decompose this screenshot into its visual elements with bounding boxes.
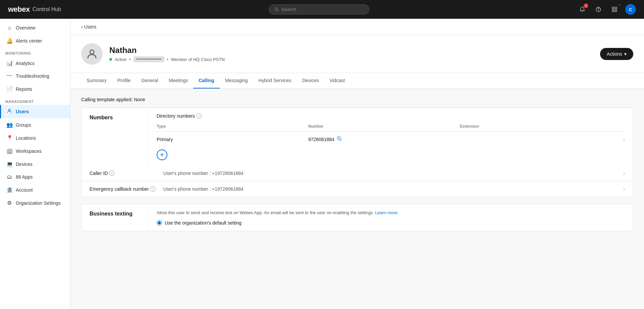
search-bar[interactable] — [269, 4, 369, 14]
sidebar-label-alerts: Alerts center — [16, 38, 42, 44]
svg-rect-7 — [615, 10, 616, 12]
actions-button[interactable]: Actions ▾ — [600, 48, 633, 60]
numbers-left: Numbers — [82, 108, 149, 166]
sidebar-item-users[interactable]: Users — [0, 105, 70, 118]
tab-profile[interactable]: Profile — [112, 73, 136, 88]
meta-dot2: • — [167, 57, 169, 62]
tab-hybrid-services[interactable]: Hybrid Services — [253, 73, 297, 88]
sidebar-item-reports[interactable]: 📄 Reports — [0, 82, 70, 96]
row-number: 9728061884 — [308, 136, 460, 143]
breadcrumb-label: Users — [84, 24, 97, 29]
numbers-title: Numbers — [90, 115, 140, 123]
caller-id-info-icon[interactable]: i — [109, 171, 114, 176]
actions-chevron: ▾ — [624, 51, 627, 57]
sidebar-label-users: Users — [16, 109, 29, 114]
back-arrow: ‹ — [81, 24, 83, 29]
notifications-button[interactable]: 1 — [577, 4, 588, 15]
sidebar-item-analytics[interactable]: 📊 Analytics — [0, 57, 70, 70]
sidebar-item-account[interactable]: 🏦 Account — [0, 183, 70, 196]
apps-sidebar-icon: 🗂 — [6, 174, 12, 180]
topbar-icons: 1 ✓ C — [577, 4, 636, 15]
actions-label: Actions — [607, 51, 622, 57]
row-type: Primary — [157, 137, 308, 142]
caller-id-text: Caller ID — [90, 171, 108, 176]
copy-number-button[interactable] — [336, 136, 342, 143]
sidebar-item-locations[interactable]: 📍 Locations — [0, 131, 70, 144]
emergency-text: Emergency callback number — [90, 186, 149, 192]
verified-check: ✓ — [618, 3, 621, 7]
sidebar-item-overview[interactable]: ⌂ Overview — [0, 21, 70, 34]
emergency-info-icon[interactable]: i — [150, 186, 156, 192]
apps-button[interactable]: ✓ — [609, 4, 620, 15]
person-icon — [86, 48, 98, 60]
tab-meetings[interactable]: Meetings — [163, 73, 193, 88]
dir-numbers-info-icon[interactable]: i — [196, 113, 202, 119]
help-icon — [595, 6, 601, 12]
tab-devices[interactable]: Devices — [297, 73, 324, 88]
sidebar-label-reports: Reports — [16, 86, 32, 92]
learn-more-link[interactable]: Learn more. — [375, 210, 399, 215]
svg-rect-4 — [612, 7, 614, 9]
tab-general[interactable]: General — [136, 73, 164, 88]
emergency-callback-row[interactable]: Emergency callback number i User's phone… — [82, 181, 633, 197]
user-info: Nathan Active • •••••••••••••••••• • Mem… — [109, 46, 593, 62]
sidebar-item-alerts[interactable]: 🔔 Alerts center — [0, 34, 70, 47]
radio-label: Use the organization's default setting — [165, 220, 241, 226]
tab-messaging[interactable]: Messaging — [220, 73, 253, 88]
sidebar-item-org-settings[interactable]: ⚙ Organization Settings — [0, 196, 70, 209]
sidebar-item-apps[interactable]: 🗂 88 Apps — [0, 171, 70, 183]
help-button[interactable] — [593, 4, 604, 15]
radio-default-setting[interactable] — [157, 220, 162, 226]
back-button[interactable]: ‹ Users — [81, 24, 96, 29]
sidebar-label-locations: Locations — [16, 135, 36, 141]
main-content: ‹ Users Nathan Active • ••••••••••••••••… — [70, 19, 644, 309]
add-number-button[interactable]: + — [157, 149, 167, 160]
home-icon: ⌂ — [6, 25, 12, 31]
copy-icon — [337, 136, 342, 141]
business-texting-grid: Business texting Allow this user to send… — [82, 204, 633, 231]
user-email-masked: •••••••••••••••••• — [133, 56, 164, 62]
search-input[interactable] — [281, 7, 364, 12]
user-avatar[interactable]: C — [625, 4, 636, 15]
locations-icon: 📍 — [6, 135, 12, 141]
dir-numbers-text: Directory numbers — [157, 113, 195, 119]
devices-icon: 💻 — [6, 161, 12, 167]
numbers-grid: Numbers Directory numbers i Type Number … — [82, 108, 633, 166]
numbers-right: Directory numbers i Type Number Extensio… — [149, 108, 633, 166]
sidebar-label-devices: Devices — [16, 162, 33, 167]
tab-calling[interactable]: Calling — [193, 73, 220, 88]
col-action — [611, 124, 625, 129]
groups-icon: 👥 — [6, 122, 12, 128]
sidebar-label-groups: Groups — [16, 122, 31, 128]
tab-summary[interactable]: Summary — [81, 73, 112, 88]
template-applied: Calling template applied: None — [81, 97, 633, 102]
svg-line-1 — [277, 10, 278, 11]
sidebar-item-workspaces[interactable]: 🏢 Workspaces — [0, 144, 70, 158]
dir-numbers-label: Directory numbers i — [157, 113, 625, 119]
template-value: None — [134, 97, 145, 102]
radio-option: Use the organization's default setting — [157, 220, 625, 226]
row-chevron[interactable]: › — [611, 136, 625, 142]
svg-point-8 — [8, 109, 10, 111]
table-row[interactable]: Primary 9728061884 — [157, 132, 625, 147]
svg-rect-6 — [612, 10, 614, 12]
workspaces-icon: 🏢 — [6, 148, 12, 154]
sidebar-item-devices[interactable]: 💻 Devices — [0, 158, 70, 171]
user-meta: Active • •••••••••••••••••• • Member of … — [109, 56, 593, 62]
caller-id-label: Caller ID i — [90, 171, 163, 176]
grid-icon — [611, 6, 618, 12]
emergency-callback-label: Emergency callback number i — [90, 186, 163, 192]
tab-vidcast[interactable]: Vidcast — [324, 73, 350, 88]
sidebar-item-groups[interactable]: 👥 Groups — [0, 118, 70, 131]
col-number: Number — [308, 124, 460, 129]
emergency-chevron: › — [623, 186, 625, 192]
user-header: Nathan Active • •••••••••••••••••• • Mem… — [70, 35, 644, 73]
col-extension: Extension — [460, 124, 611, 129]
caller-id-row[interactable]: Caller ID i User's phone number : +19728… — [82, 166, 633, 181]
users-icon — [6, 108, 12, 115]
svg-point-3 — [598, 10, 599, 11]
svg-point-9 — [90, 50, 94, 54]
sidebar-label-workspaces: Workspaces — [16, 148, 42, 154]
sidebar-item-troubleshooting[interactable]: 〰 Troubleshooting — [0, 70, 70, 82]
user-name: Nathan — [109, 46, 593, 55]
